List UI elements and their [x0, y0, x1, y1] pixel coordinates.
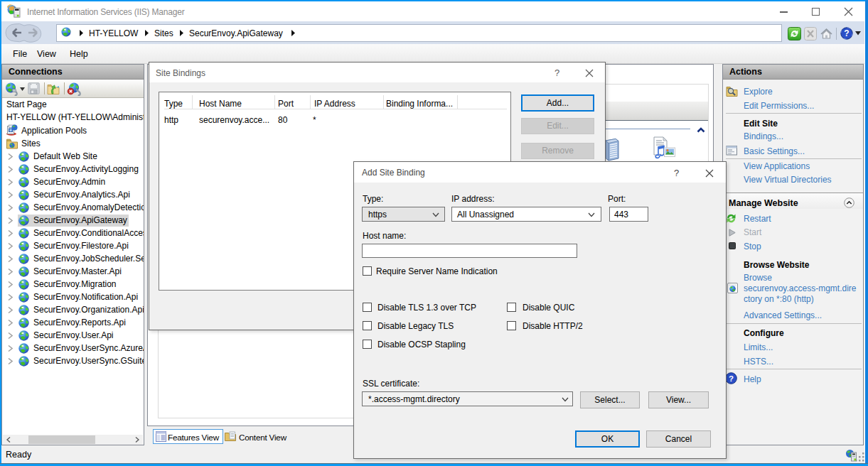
- svg-text:?: ?: [729, 374, 734, 383]
- svg-text:?: ?: [844, 28, 849, 38]
